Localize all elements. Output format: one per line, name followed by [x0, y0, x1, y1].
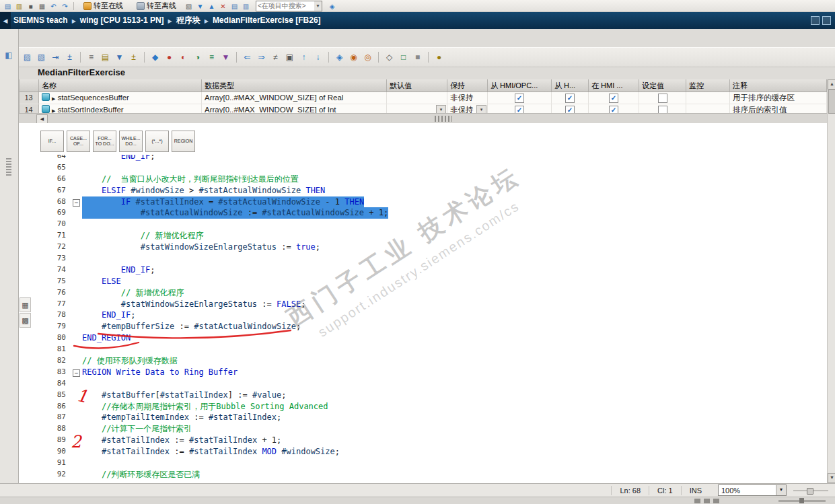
- upload-icon[interactable]: ▲: [207, 2, 217, 11]
- checkbox[interactable]: ✓: [609, 106, 618, 113]
- editor-tool-icon[interactable]: ◑: [192, 52, 203, 63]
- code-line[interactable]: 68− IF #statTailIndex = #statActualWindo…: [19, 196, 827, 208]
- line-number[interactable]: 89: [19, 435, 71, 446]
- code-line[interactable]: 73: [19, 253, 827, 264]
- checkbox[interactable]: [658, 106, 667, 113]
- code-text[interactable]: // 新增优化程序: [82, 287, 184, 299]
- default-value-cell[interactable]: ▾: [387, 104, 447, 113]
- line-number[interactable]: 81: [19, 344, 71, 355]
- variable-name-cell[interactable]: ▶statSortIndexBuffer: [39, 104, 202, 113]
- code-line[interactable]: 65: [19, 162, 827, 174]
- column-header[interactable]: 监控: [686, 79, 730, 92]
- line-number[interactable]: 83: [19, 367, 71, 378]
- scroll-up-icon[interactable]: ▲: [828, 79, 835, 89]
- editor-tool-icon[interactable]: ◇: [384, 52, 395, 63]
- code-line[interactable]: 64 END_IF;: [19, 155, 827, 162]
- vertical-scrollbar[interactable]: ▲ ▼: [827, 79, 835, 483]
- editor-tool-icon[interactable]: ≡: [85, 52, 97, 63]
- editor-tool-icon[interactable]: ◉: [348, 52, 359, 63]
- scroll-down-icon[interactable]: ▼: [828, 473, 835, 483]
- data-type-cell[interactable]: Array[0..#MAX_WINDOW_SIZE] of Real: [202, 92, 387, 104]
- back-icon[interactable]: ◀: [0, 12, 11, 29]
- code-text[interactable]: #statTailIndex := #statTailIndex MOD #wi…: [82, 446, 340, 458]
- editor-tool-icon[interactable]: ▤: [100, 52, 111, 63]
- editor-tool-icon[interactable]: ◎: [362, 52, 373, 63]
- code-line[interactable]: 82// 使用环形队列缓存数据: [19, 355, 827, 367]
- code-line[interactable]: 80END_REGION: [19, 332, 827, 344]
- go-offline-button[interactable]: 转至离线: [134, 1, 179, 11]
- snippet-button[interactable]: (*...*): [145, 131, 169, 152]
- download-icon[interactable]: ▼: [195, 2, 205, 11]
- editor-tool-icon[interactable]: ⇒: [256, 52, 267, 63]
- line-number[interactable]: 82: [19, 355, 71, 367]
- line-number[interactable]: 90: [19, 446, 71, 458]
- editor-tool-icon[interactable]: ▼: [114, 52, 125, 63]
- left-margin-icon[interactable]: ▦: [20, 297, 31, 312]
- code-text[interactable]: IF #statTailIndex = #statActualWindowSiz…: [82, 196, 364, 208]
- code-text[interactable]: END_IF;: [82, 264, 155, 276]
- code-line[interactable]: 91: [19, 458, 827, 469]
- line-number[interactable]: 88: [19, 423, 71, 435]
- open-project-icon[interactable]: ▥: [14, 2, 24, 11]
- line-number[interactable]: 87: [19, 412, 71, 423]
- line-number[interactable]: 85: [19, 390, 71, 401]
- code-text[interactable]: //计算下一个尾指针索引: [82, 423, 192, 435]
- editor-tool-icon[interactable]: ●: [433, 52, 445, 63]
- fold-toggle-icon[interactable]: −: [71, 196, 82, 208]
- code-text[interactable]: #statWindowSizeEnlargeStatus := true;: [82, 242, 320, 253]
- breadcrumb-item[interactable]: SIEMNS teach: [13, 15, 68, 25]
- print-icon[interactable]: ▦: [37, 2, 47, 11]
- line-number[interactable]: 69: [19, 207, 71, 219]
- line-number[interactable]: 75: [19, 276, 71, 287]
- expand-arrow-icon[interactable]: ▶: [52, 96, 55, 101]
- column-header[interactable]: 默认值: [387, 79, 447, 92]
- editor-tool-icon[interactable]: ◈: [334, 52, 345, 63]
- line-number[interactable]: 74: [19, 264, 71, 276]
- code-text[interactable]: #tempTailItemIndex := #statTailIndex;: [82, 412, 281, 423]
- editor-tool-icon[interactable]: ▨: [22, 52, 33, 63]
- code-text[interactable]: END_IF;: [82, 155, 155, 162]
- code-line[interactable]: 70: [19, 219, 827, 230]
- compile-icon[interactable]: ▧: [184, 2, 194, 11]
- scroll-left-icon[interactable]: ◀: [36, 114, 48, 124]
- snippet-button[interactable]: IF...: [40, 131, 64, 152]
- retain-cell[interactable]: ▾非保持: [447, 104, 488, 113]
- line-number[interactable]: 70: [19, 219, 71, 230]
- line-number[interactable]: 92: [19, 469, 71, 480]
- hmi-checkbox-cell[interactable]: ✓: [552, 92, 589, 104]
- zoom-slider[interactable]: [793, 486, 828, 495]
- column-header[interactable]: [19, 79, 39, 92]
- code-line[interactable]: 81: [19, 344, 827, 355]
- code-line[interactable]: 71 // 新增优化程序: [19, 230, 827, 242]
- editor-tool-icon[interactable]: ▣: [284, 52, 295, 63]
- code-line[interactable]: 67 ELSIF #windowSize > #statActualWindow…: [19, 185, 827, 196]
- code-line[interactable]: 74 END_IF;: [19, 264, 827, 276]
- editor-tool-icon[interactable]: ■: [412, 52, 423, 63]
- breadcrumb-item[interactable]: MedianFilterExercise [FB26]: [213, 15, 321, 25]
- save-project-icon[interactable]: ■: [26, 2, 36, 11]
- line-number[interactable]: 84: [19, 378, 71, 390]
- redo-icon[interactable]: ↷: [60, 2, 70, 11]
- splitter-grip[interactable]: [435, 116, 452, 122]
- window-icon[interactable]: [822, 16, 831, 25]
- code-line[interactable]: 86 //存储本周期尾指针索引，用于Bubble Sorting Advance…: [19, 401, 827, 412]
- link-icon[interactable]: ◈: [327, 2, 337, 11]
- line-number[interactable]: 80: [19, 332, 71, 344]
- fold-toggle-icon[interactable]: −: [71, 367, 82, 378]
- snippet-button[interactable]: CASE...OF...: [67, 131, 90, 152]
- line-number[interactable]: 71: [19, 230, 71, 242]
- comment-cell[interactable]: 用于排序的缓存区: [730, 92, 827, 104]
- breadcrumb-item[interactable]: wing [CPU 1513-1 PN]: [80, 15, 164, 25]
- variable-name-cell[interactable]: ▶statSequencesBuffer: [39, 92, 202, 104]
- data-type-cell[interactable]: Array[0..#MAX_WINDOW_SIZE] of Int: [202, 104, 387, 113]
- column-header[interactable]: 名称: [39, 79, 202, 92]
- line-number[interactable]: 72: [19, 242, 71, 253]
- line-number[interactable]: 73: [19, 253, 71, 264]
- code-text[interactable]: REGION Write Data to Ring Buffer: [82, 367, 238, 378]
- code-line[interactable]: 89 #statTailIndex := #statTailIndex + 1;: [19, 435, 827, 446]
- editor-tool-icon[interactable]: ≠: [270, 52, 281, 63]
- table-row[interactable]: 14▶statSortIndexBufferArray[0..#MAX_WIND…: [19, 104, 827, 113]
- setpoint-checkbox-cell[interactable]: [639, 104, 686, 113]
- code-line[interactable]: 87 #tempTailItemIndex := #statTailIndex;: [19, 412, 827, 423]
- code-text[interactable]: ELSE: [82, 276, 121, 287]
